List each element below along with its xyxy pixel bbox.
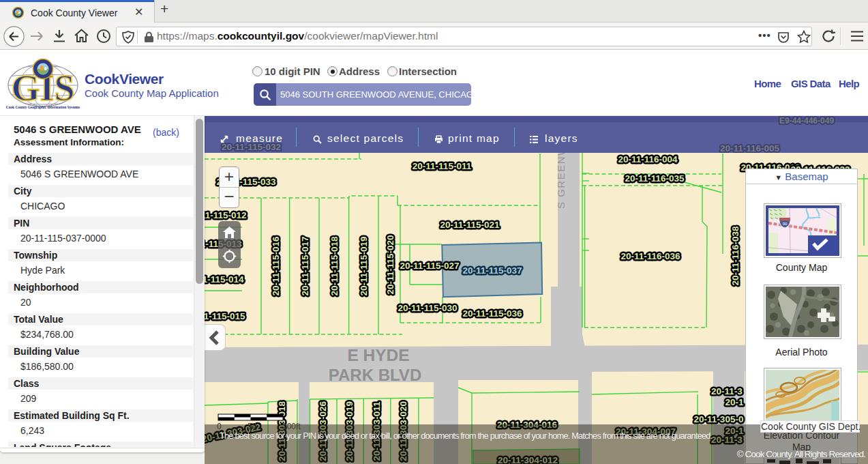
svg-text:20-11-116-035: 20-11-116-035 [625,173,685,184]
svg-text:20-11-116-038: 20-11-116-038 [730,226,740,286]
svg-text:20-11-115-036: 20-11-115-036 [462,308,522,319]
svg-text:20-11-115-019: 20-11-115-019 [359,236,369,295]
svg-text:20-11-115-017: 20-11-115-017 [300,236,310,295]
svg-text:20-11-115-030: 20-11-115-030 [398,303,457,313]
svg-text:20-11-115-020: 20-11-115-020 [385,235,395,294]
svg-text:20-11-115-014: 20-11-115-014 [205,274,244,285]
svg-text:20-11-115-015: 20-11-115-015 [205,311,245,321]
svg-text:20-11-115-018: 20-11-115-018 [329,236,340,296]
svg-text:20-11-115-027: 20-11-115-027 [400,261,459,271]
svg-text:20-11-115-037: 20-11-115-037 [462,265,522,276]
svg-text:20-11-305-0: 20-11-305-0 [694,414,744,424]
svg-text:E HYDE: E HYDE [347,346,409,364]
svg-text:20-11-115-011: 20-11-115-011 [413,161,472,171]
svg-text:20-11-115-016: 20-11-115-016 [271,236,281,296]
svg-text:90: 90 [783,222,788,226]
svg-text:Cook County Geographic Informa: Cook County Geographic Information Syste… [6,105,80,109]
svg-text:20-11-116-036: 20-11-116-036 [620,251,680,261]
svg-text:20-1: 20-1 [725,397,744,407]
svg-text:20-11-115-021: 20-11-115-021 [440,220,500,230]
svg-text:20-11-115-012: 20-11-115-012 [205,210,247,220]
svg-text:PARK BLVD: PARK BLVD [329,366,421,384]
svg-text:20-11-3: 20-11-3 [711,386,743,396]
svg-text:20-11-116-004: 20-11-116-004 [618,154,678,164]
